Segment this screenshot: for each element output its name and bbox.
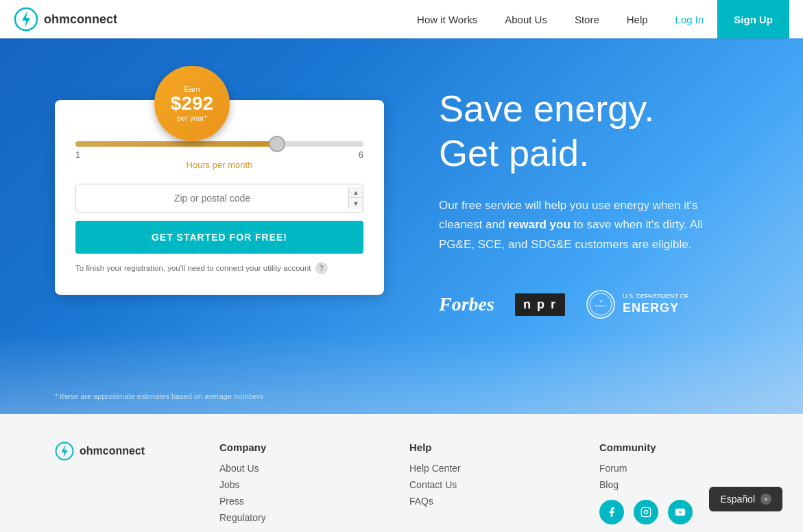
- slider-thumb[interactable]: [269, 136, 285, 152]
- footer-forum[interactable]: Forum: [599, 463, 748, 474]
- hero-title: Save energy. Get paid.: [439, 86, 748, 176]
- help-icon[interactable]: ?: [315, 262, 328, 274]
- zip-up-btn[interactable]: ▲: [349, 187, 363, 198]
- footer-logo-text: ohmconnect: [80, 445, 145, 457]
- svg-point-7: [644, 510, 647, 513]
- footer-logo: ohmconnect: [55, 442, 178, 461]
- zip-input[interactable]: [76, 184, 348, 212]
- footer-regulatory[interactable]: Regulatory: [219, 512, 368, 523]
- zip-input-container: ▲ ▼: [75, 184, 363, 213]
- nav-store[interactable]: Store: [561, 0, 613, 38]
- language-close-button[interactable]: ×: [760, 494, 771, 505]
- nav-how-it-works[interactable]: How it Works: [403, 0, 491, 38]
- svg-text:★: ★: [599, 300, 603, 303]
- footer-logo-icon: [55, 442, 74, 461]
- header-nav: How it Works About Us Store Help Log In …: [403, 0, 789, 38]
- header: ohmconnect How it Works About Us Store H…: [0, 0, 803, 38]
- hero-right: Save energy. Get paid. Our free service …: [384, 80, 748, 319]
- nav-about-us[interactable]: About Us: [491, 0, 561, 38]
- hours-slider-container: 1 6 Hours per month: [75, 141, 363, 170]
- energy-seal-icon: ★ ENERGY: [586, 289, 616, 319]
- slider-min: 1: [75, 149, 80, 160]
- energy-logo: ★ ENERGY U.S. DEPARTMENT OF ENERGY: [586, 289, 688, 319]
- card-note: To finish your registration, you'll need…: [75, 262, 363, 274]
- hero-description: Our free service will help you use energ…: [439, 196, 713, 256]
- logo[interactable]: ohmconnect: [14, 7, 117, 32]
- language-label: Español: [720, 494, 755, 505]
- card-note-text: To finish your registration, you'll need…: [75, 264, 311, 272]
- footer-contact-us[interactable]: Contact Us: [409, 479, 558, 490]
- footer-company-title: Company: [219, 442, 368, 453]
- language-toggle[interactable]: Español ×: [709, 487, 782, 511]
- logo-icon: [14, 7, 38, 32]
- footer-jobs[interactable]: Jobs: [219, 479, 368, 490]
- footer-community: Community Forum Blog: [599, 442, 748, 524]
- footer-press[interactable]: Press: [219, 496, 368, 507]
- footer-company: Company About Us Jobs Press Regulatory: [219, 442, 368, 529]
- earn-label: Earn: [184, 85, 200, 93]
- instagram-icon[interactable]: [634, 500, 658, 524]
- svg-point-8: [648, 509, 649, 510]
- footer-about-us[interactable]: About Us: [219, 463, 368, 474]
- nav-signup[interactable]: Sign Up: [717, 0, 789, 38]
- slider-max: 6: [359, 149, 363, 160]
- forbes-logo: Forbes: [439, 293, 494, 315]
- press-logos: Forbes n p r ★ ENERGY U.S. DEPARTMENT OF…: [439, 289, 748, 319]
- footer: ohmconnect Company About Us Jobs Press R…: [0, 414, 803, 532]
- facebook-icon[interactable]: [599, 500, 624, 524]
- svg-text:ENERGY: ENERGY: [595, 304, 606, 308]
- slider-fill: [75, 141, 277, 147]
- slider-label: Hours per month: [75, 160, 363, 170]
- earn-per-year: per year*: [177, 114, 208, 122]
- footer-community-title: Community: [599, 442, 748, 453]
- hero-left: Earn $292 per year* 1 6 Hours per month …: [55, 80, 384, 295]
- footer-help-title: Help: [409, 442, 558, 453]
- footer-help: Help Help Center Contact Us FAQs: [409, 442, 558, 512]
- npr-logo: n p r: [515, 293, 565, 316]
- zip-spinners: ▲ ▼: [348, 187, 363, 209]
- zip-down-btn[interactable]: ▼: [349, 198, 363, 209]
- youtube-icon[interactable]: [668, 500, 693, 524]
- nav-help[interactable]: Help: [613, 0, 662, 38]
- footer-logo-col: ohmconnect: [55, 442, 178, 461]
- slider-labels: 1 6: [75, 149, 363, 160]
- earn-badge: Earn $292 per year*: [154, 66, 230, 141]
- earn-amount: $292: [171, 93, 213, 114]
- logo-text: ohmconnect: [44, 12, 117, 27]
- energy-text: U.S. DEPARTMENT OF ENERGY: [623, 293, 688, 317]
- footer-help-center[interactable]: Help Center: [409, 463, 558, 474]
- footer-faqs[interactable]: FAQs: [409, 496, 558, 507]
- get-started-button[interactable]: GET STARTED FOR FREE!: [75, 221, 363, 254]
- nav-login[interactable]: Log In: [662, 0, 718, 38]
- hero-section: Earn $292 per year* 1 6 Hours per month …: [0, 38, 803, 414]
- disclaimer: * these are approximate estimates based …: [55, 392, 263, 400]
- slider-track: [75, 141, 363, 147]
- svg-rect-6: [641, 507, 650, 516]
